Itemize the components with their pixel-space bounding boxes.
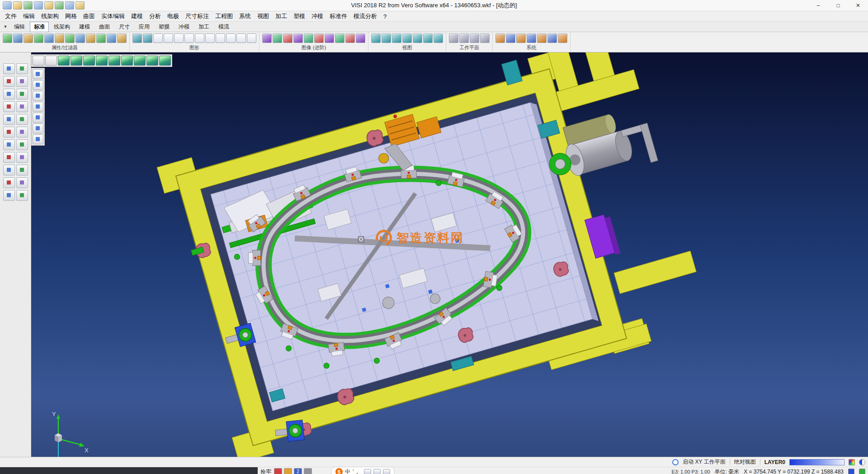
ime-mic-icon[interactable] <box>364 469 371 474</box>
system-macro-icon[interactable] <box>547 33 557 43</box>
color-palette-icon[interactable] <box>849 459 855 465</box>
properties-icon[interactable] <box>16 190 28 201</box>
measure-icon[interactable] <box>3 152 15 163</box>
viewport-3d-scene[interactable]: Y X <box>31 52 868 457</box>
menu-modeling[interactable]: 建模 <box>128 11 146 21</box>
system-display-icon[interactable] <box>506 33 515 43</box>
ime-keyboard-icon[interactable] <box>373 469 381 474</box>
workplane-face-icon[interactable] <box>459 33 469 43</box>
menu-drawing[interactable]: 工程图 <box>212 11 236 21</box>
filter-point-icon[interactable] <box>34 33 43 43</box>
menu-die[interactable]: 冲模 <box>308 11 326 21</box>
print-icon[interactable] <box>44 1 53 9</box>
cube-iso-sw-icon[interactable] <box>96 56 108 66</box>
zoom-window-icon[interactable] <box>382 33 391 43</box>
viewport-single-icon[interactable] <box>33 56 44 66</box>
workplane-xy-icon[interactable] <box>449 33 458 43</box>
shade-advanced-icon[interactable] <box>273 33 282 43</box>
shade-basic-icon[interactable] <box>262 33 272 43</box>
nav-lock-icon[interactable] <box>33 134 43 144</box>
nav-fit-icon[interactable] <box>33 113 43 123</box>
ime-period-toggle[interactable]: 。 <box>356 468 362 474</box>
menu-dimension[interactable]: 尺寸标注 <box>182 11 212 21</box>
tab-modeling[interactable]: 建模 <box>75 22 94 32</box>
system-layers-icon[interactable] <box>516 33 526 43</box>
tab-machining[interactable]: 加工 <box>194 22 213 32</box>
tab-wireframe[interactable]: 线架构 <box>50 22 74 32</box>
menu-edit[interactable]: 编辑 <box>20 11 38 21</box>
doc-wireframe-icon[interactable] <box>153 33 163 43</box>
filter-dimension-icon[interactable] <box>107 33 116 43</box>
attr-match-icon[interactable] <box>13 33 23 43</box>
ime-punctuation-toggle[interactable]: ’ <box>353 469 354 474</box>
cube-back-icon[interactable] <box>159 56 171 66</box>
workplane-indicator-icon[interactable] <box>672 459 679 465</box>
rotate-icon[interactable] <box>16 89 28 100</box>
filter-text-icon[interactable] <box>96 33 106 43</box>
customize-quick-toolbar-icon[interactable] <box>75 1 85 9</box>
extend-icon[interactable] <box>3 127 15 137</box>
erase-icon[interactable] <box>3 76 15 87</box>
menu-surface[interactable]: 曲面 <box>80 11 98 21</box>
visi-app-icon[interactable] <box>3 1 12 9</box>
layers-icon[interactable] <box>3 177 15 188</box>
mirror-icon[interactable] <box>3 101 15 112</box>
view-normal-icon[interactable] <box>423 33 433 43</box>
section-view-icon[interactable] <box>325 33 334 43</box>
select-icon[interactable] <box>3 63 15 74</box>
system-colors-icon[interactable] <box>495 33 505 43</box>
doc-draft-icon[interactable] <box>195 33 204 43</box>
filter-all-icon[interactable] <box>24 33 33 43</box>
menu-flow-analysis[interactable]: 模流分析 <box>350 11 380 21</box>
zoom-all-icon[interactable] <box>371 33 381 43</box>
ime-toolbox-icon[interactable] <box>383 469 390 474</box>
close-button[interactable]: ✕ <box>848 0 868 11</box>
maximize-button[interactable]: □ <box>828 0 848 11</box>
doc-print-icon[interactable] <box>205 33 215 43</box>
chamfer-icon[interactable] <box>16 139 28 150</box>
menu-system[interactable]: 系统 <box>236 11 254 21</box>
active-layer-label[interactable]: LAYER0 <box>764 459 785 465</box>
nav-zoom-icon[interactable] <box>33 91 43 101</box>
textures-icon[interactable] <box>293 33 303 43</box>
menu-standard-parts[interactable]: 标准件 <box>326 11 350 21</box>
viewport-multi-icon[interactable] <box>45 56 57 66</box>
lights-icon[interactable] <box>304 33 313 43</box>
menu-help[interactable]: ? <box>380 12 390 21</box>
reflections-icon[interactable] <box>345 33 355 43</box>
viewport-3d[interactable]: Y X 智造资料网 <box>31 52 868 457</box>
select-box-icon[interactable] <box>16 63 28 74</box>
orbit-icon[interactable] <box>413 33 422 43</box>
tab-dropdown-icon[interactable]: ▼ <box>1 24 9 29</box>
doc-shaded-icon[interactable] <box>174 33 184 43</box>
materials-icon[interactable] <box>283 33 292 43</box>
offset-icon[interactable] <box>16 127 28 137</box>
pan-icon[interactable] <box>402 33 412 43</box>
cube-iso-nw-icon[interactable] <box>71 56 82 66</box>
image-paste-icon[interactable] <box>236 33 246 43</box>
system-database-icon[interactable] <box>527 33 536 43</box>
status-chip-blue[interactable] <box>848 469 854 474</box>
menu-electrode[interactable]: 电极 <box>164 11 182 21</box>
menu-machining[interactable]: 加工 <box>272 11 290 21</box>
tray-count-badge[interactable]: 2 <box>294 468 302 474</box>
transparency-icon[interactable] <box>335 33 344 43</box>
minimize-button[interactable]: – <box>808 0 828 11</box>
tab-die[interactable]: 冲模 <box>175 22 193 32</box>
menu-analysis[interactable]: 分析 <box>146 11 164 21</box>
filter-arc-icon[interactable] <box>55 33 64 43</box>
filter-solid-icon[interactable] <box>86 33 95 43</box>
status-chip-green[interactable] <box>859 469 865 474</box>
tray-update-icon[interactable] <box>284 468 292 474</box>
tray-alert-icon[interactable] <box>274 468 282 474</box>
save-icon[interactable] <box>34 1 43 9</box>
system-options-icon[interactable] <box>537 33 547 43</box>
move-icon[interactable] <box>16 76 28 87</box>
tab-dimension[interactable]: 尺寸 <box>115 22 134 32</box>
text-icon[interactable] <box>3 165 15 175</box>
menu-mold[interactable]: 塑模 <box>290 11 308 21</box>
copy-icon[interactable] <box>3 89 15 100</box>
tab-edit[interactable]: 编辑 <box>10 22 29 32</box>
filter-reset-icon[interactable] <box>117 33 127 43</box>
doc-rendered-icon[interactable] <box>184 33 194 43</box>
